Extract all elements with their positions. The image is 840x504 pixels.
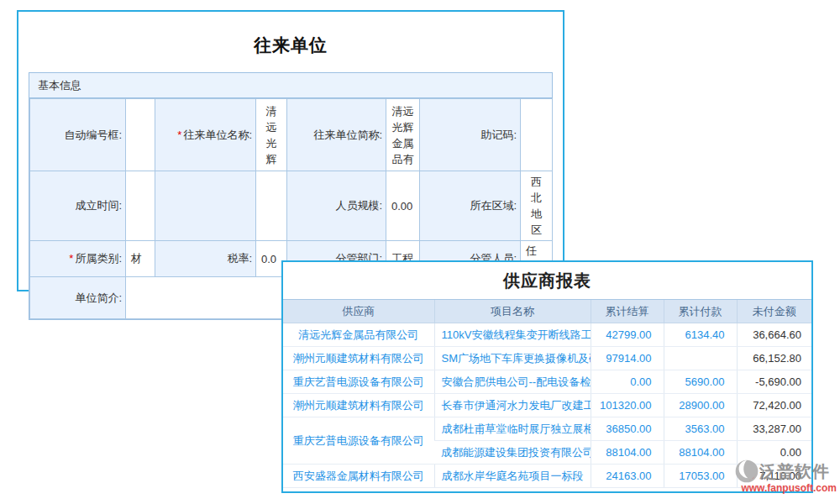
unit-short-name-field[interactable]: 清远光辉金属品有 (386, 99, 420, 171)
settled-amount: 36850.00 (591, 417, 664, 441)
project-link[interactable]: SM广场地下车库更换摄像机及硬盘 (434, 347, 591, 370)
settled-amount: 42799.00 (591, 323, 664, 347)
tax-rate-label: 税率: (155, 241, 256, 277)
founded-date-field[interactable] (126, 171, 155, 241)
watermark-brand-text: 泛普软件 (759, 460, 830, 483)
settled-amount: 97914.00 (591, 347, 664, 370)
staff-scale-label: 人员规模: (287, 171, 386, 241)
category-field[interactable]: 材 (126, 241, 155, 277)
project-link[interactable]: 长春市伊通河水力发电厂改建工程 (434, 394, 591, 417)
supplier-link[interactable]: 潮州元顺建筑材料有限公司 (283, 347, 434, 370)
project-link[interactable]: 安徽合肥供电公司--配电设备检修 (434, 370, 591, 394)
paid-amount: 88104.00 (664, 441, 737, 465)
paid-amount: 3563.00 (664, 417, 737, 441)
paid-amount: 5690.00 (664, 370, 737, 394)
column-header-supplier[interactable]: 供应商 (283, 300, 434, 323)
supplier-link[interactable]: 潮州元顺建筑材料有限公司 (283, 394, 434, 417)
unit-name-field[interactable]: 清远光辉 (256, 99, 287, 171)
required-asterisk: * (69, 252, 73, 265)
empty-value-cell[interactable] (256, 171, 287, 241)
table-row: 潮州元顺建筑材料有限公司 长春市伊通河水力发电厂改建工程 101320.00 2… (283, 394, 811, 417)
required-asterisk: * (177, 129, 181, 141)
supplier-link[interactable]: 清远光辉金属品有限公司 (283, 323, 434, 347)
project-link[interactable]: 110kV安徽线程集变开断线路工程 (434, 323, 591, 347)
unpaid-amount: 36,664.60 (737, 323, 811, 347)
panel-title-supplier-report: 供应商报表 (283, 262, 811, 299)
unpaid-amount: 33,287.00 (737, 417, 811, 441)
fanpu-logo-icon (734, 459, 759, 484)
region-field[interactable]: 西北地区 (521, 171, 553, 241)
watermark-url-text: www.fanpusoft.com (734, 482, 837, 494)
category-label: *所属类别: (30, 241, 126, 277)
staff-scale-field[interactable]: 0.00 (386, 171, 420, 241)
partner-unit-panel: 往来单位 基本信息 自动编号框: *往来单位名称: 清远光辉 往来单位简称: 清… (17, 10, 564, 291)
settled-amount: 88104.00 (591, 441, 664, 465)
unit-short-name-label: 往来单位简称: (287, 99, 386, 171)
table-header-row: 供应商 项目名称 累计结算 累计付款 未付金额 (283, 300, 811, 323)
paid-amount (664, 347, 737, 370)
unit-name-label: *往来单位名称: (155, 99, 256, 171)
table-row: 潮州元顺建筑材料有限公司 SM广场地下车库更换摄像机及硬盘 97914.00 6… (283, 347, 811, 370)
vendor-watermark: 泛普软件 www.fanpusoft.com (734, 459, 837, 494)
paid-amount: 28900.00 (664, 394, 737, 417)
project-link[interactable]: 成都能源建设集团投资有限公司 (434, 441, 591, 465)
column-header-unpaid[interactable]: 未付金额 (737, 300, 811, 323)
supplier-report-table: 供应商 项目名称 累计结算 累计付款 未付金额 清远光辉金属品有限公司 110k… (283, 299, 811, 488)
mnemonic-code-label: 助记码: (420, 99, 521, 171)
supplier-link[interactable]: 西安盛器金属材料有限公司 (283, 465, 434, 488)
settled-amount: 101320.00 (591, 394, 664, 417)
supplier-link[interactable]: 重庆艺普电源设备有限公司 (283, 417, 434, 465)
auto-number-label: 自动编号框: (30, 99, 126, 171)
project-link[interactable]: 成都水岸华庭名苑项目一标段 (434, 465, 591, 488)
supplier-link[interactable]: 重庆艺普电源设备有限公司 (283, 370, 434, 394)
founded-date-label: 成立时间: (30, 171, 126, 241)
column-header-settled[interactable]: 累计结算 (591, 300, 664, 323)
unpaid-amount: 66,152.80 (737, 347, 811, 370)
basic-info-section-header: 基本信息 (29, 73, 552, 98)
unit-intro-label: 单位简介: (30, 277, 126, 319)
table-row: 清远光辉金属品有限公司 110kV安徽线程集变开断线路工程 42799.00 6… (283, 323, 811, 347)
paid-amount: 17053.00 (664, 465, 737, 488)
settled-amount: 0.00 (591, 370, 664, 394)
project-link[interactable]: 成都杜甫草堂临时展厅独立展柜 (434, 417, 591, 441)
panel-title-partner-unit: 往来单位 (18, 12, 563, 57)
auto-number-field[interactable] (126, 99, 155, 171)
table-row: 重庆艺普电源设备有限公司 安徽合肥供电公司--配电设备检修 0.00 5690.… (283, 370, 811, 394)
paid-amount: 6134.40 (664, 323, 737, 347)
empty-label-cell (155, 171, 256, 241)
column-header-project[interactable]: 项目名称 (434, 300, 591, 323)
settled-amount: 24163.00 (591, 465, 664, 488)
column-header-paid[interactable]: 累计付款 (664, 300, 737, 323)
table-row: 西安盛器金属材料有限公司 成都水岸华庭名苑项目一标段 24163.00 1705… (283, 465, 811, 488)
table-row: 重庆艺普电源设备有限公司 成都杜甫草堂临时展厅独立展柜 36850.00 356… (283, 417, 811, 441)
mnemonic-code-field[interactable] (521, 99, 553, 171)
unpaid-amount: 72,420.00 (737, 394, 811, 417)
region-label: 所在区域: (420, 171, 521, 241)
unpaid-amount: -5,690.00 (737, 370, 811, 394)
